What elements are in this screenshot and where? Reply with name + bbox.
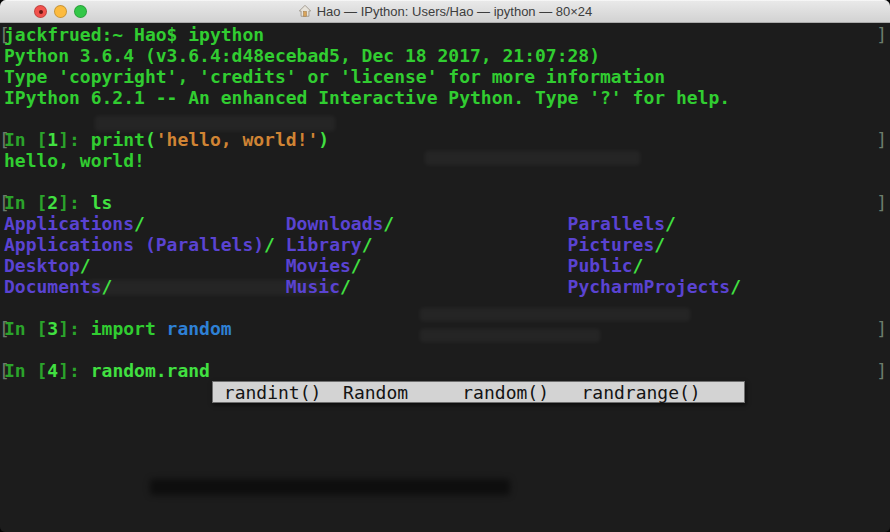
code: random.rand <box>91 360 210 381</box>
dir-slash: / <box>134 213 145 234</box>
prompt-number: 4 <box>47 360 58 381</box>
dir-slash: / <box>383 213 394 234</box>
dir-slash: / <box>80 255 91 276</box>
in-prompt: ]: <box>58 360 91 381</box>
home-folder-icon <box>298 4 312 18</box>
terminal-row <box>0 423 890 444</box>
terminal-row: Applications/ Downloads/ Parallels/ <box>0 213 890 234</box>
terminal-text <box>351 276 568 297</box>
code: ) <box>318 129 329 150</box>
output-text: hello, world! <box>4 150 145 171</box>
dir-slash: / <box>340 276 351 297</box>
dir-slash: / <box>351 255 362 276</box>
minimize-button[interactable] <box>54 5 67 18</box>
terminal-row: Desktop/ Movies/ Public/ <box>0 255 890 276</box>
terminal-row <box>0 339 890 360</box>
dir-slash: / <box>264 234 275 255</box>
prompt-mark-left: [ <box>0 360 10 381</box>
autocomplete-popup: randint() Random random() randrange() <box>212 381 745 403</box>
terminal-text <box>112 276 285 297</box>
terminal-row <box>0 171 890 192</box>
dir-slash: / <box>633 255 644 276</box>
prompt-number: 2 <box>47 192 58 213</box>
terminal-output: jackfrued:~ Hao$ ipython[]Python 3.6.4 (… <box>0 24 890 528</box>
terminal-text <box>91 255 286 276</box>
terminal-row <box>0 108 890 129</box>
directory-name: Desktop <box>4 255 80 276</box>
prompt-mark-left: [ <box>0 318 10 339</box>
directory-name: Pictures <box>568 234 655 255</box>
terminal-row: In [2]: ls[] <box>0 192 890 213</box>
code-keyword: import <box>91 318 167 339</box>
dir-slash: / <box>654 234 665 255</box>
directory-name: PycharmProjects <box>568 276 731 297</box>
code: print <box>91 129 145 150</box>
prompt-number: 3 <box>47 318 58 339</box>
terminal-row: jackfrued:~ Hao$ ipython[] <box>0 24 890 45</box>
code: ls <box>91 192 113 213</box>
directory-name: Library <box>286 234 362 255</box>
terminal-row: Python 3.6.4 (v3.6.4:d48ecebad5, Dec 18 … <box>0 45 890 66</box>
completion-item[interactable]: randrange() <box>582 382 701 403</box>
title-bar: Hao — IPython: Users/Hao — ipython — 80×… <box>0 0 890 23</box>
terminal-screen[interactable]: jackfrued:~ Hao$ ipython[]Python 3.6.4 (… <box>0 23 890 532</box>
dir-slash: / <box>102 276 113 297</box>
terminal-row <box>0 465 890 486</box>
shell-prompt-command: jackfrued:~ Hao$ ipython <box>4 24 264 45</box>
terminal-text <box>362 255 568 276</box>
in-prompt: ]: <box>58 318 91 339</box>
directory-name: Movies <box>286 255 351 276</box>
completion-item[interactable]: Random <box>343 382 462 403</box>
terminal-row: In [4]: random.rand[] <box>0 360 890 381</box>
terminal-text <box>372 234 567 255</box>
terminal-row: IPython 6.2.1 -- An enhanced Interactive… <box>0 87 890 108</box>
in-prompt: In [ <box>4 360 47 381</box>
code-module: random <box>167 318 232 339</box>
completion-item[interactable]: randint() <box>224 382 343 403</box>
terminal-text <box>275 234 286 255</box>
window-title: Hao — IPython: Users/Hao — ipython — 80×… <box>298 4 593 19</box>
traffic-lights <box>34 5 87 18</box>
terminal-row <box>0 507 890 528</box>
code: ( <box>145 129 156 150</box>
terminal-text <box>145 213 286 234</box>
close-button[interactable] <box>34 5 47 18</box>
python-banner: Python 3.6.4 (v3.6.4:d48ecebad5, Dec 18 … <box>4 45 600 66</box>
terminal-row <box>0 444 890 465</box>
completion-item[interactable]: random() <box>462 382 581 403</box>
terminal-row: In [3]: import random[] <box>0 318 890 339</box>
prompt-mark-left: [ <box>0 129 10 150</box>
directory-name: Public <box>568 255 633 276</box>
terminal-row: Applications (Parallels)/ Library/ Pictu… <box>0 234 890 255</box>
ipython-banner: IPython 6.2.1 -- An enhanced Interactive… <box>4 87 730 108</box>
terminal-window: Hao — IPython: Users/Hao — ipython — 80×… <box>0 0 890 532</box>
terminal-text <box>394 213 567 234</box>
directory-name: Applications (Parallels) <box>4 234 264 255</box>
in-prompt: In [ <box>4 129 47 150</box>
terminal-row: Type 'copyright', 'credits' or 'license'… <box>0 66 890 87</box>
prompt-mark-right: ] <box>876 129 887 150</box>
terminal-row <box>0 297 890 318</box>
prompt-mark-right: ] <box>876 24 887 45</box>
zoom-button[interactable] <box>74 5 87 18</box>
directory-name: Music <box>286 276 340 297</box>
dir-slash: / <box>362 234 373 255</box>
popup-padding <box>213 382 224 403</box>
in-prompt: ]: <box>58 192 91 213</box>
directory-name: Downloads <box>286 213 384 234</box>
prompt-mark-right: ] <box>876 318 887 339</box>
dir-slash: / <box>730 276 741 297</box>
in-prompt: ]: <box>58 129 91 150</box>
code-string: 'hello, world!' <box>156 129 319 150</box>
prompt-mark-left: [ <box>0 24 10 45</box>
directory-name: Parallels <box>568 213 666 234</box>
terminal-row: hello, world! <box>0 150 890 171</box>
dir-slash: / <box>665 213 676 234</box>
terminal-row <box>0 402 890 423</box>
in-prompt: In [ <box>4 192 47 213</box>
in-prompt: In [ <box>4 318 47 339</box>
window-title-text: Hao — IPython: Users/Hao — ipython — 80×… <box>317 4 593 19</box>
prompt-mark-right: ] <box>876 360 887 381</box>
directory-name: Applications <box>4 213 134 234</box>
prompt-mark-left: [ <box>0 192 10 213</box>
